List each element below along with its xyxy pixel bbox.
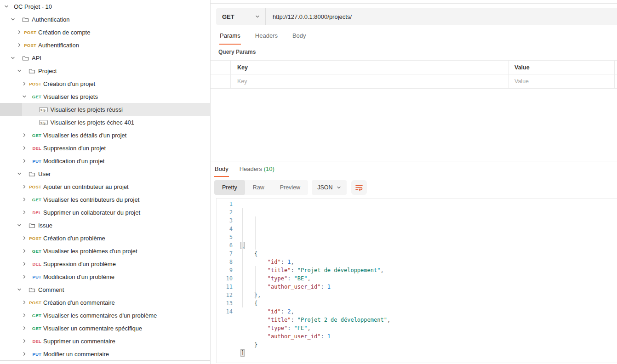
- response-tab-body[interactable]: Body: [214, 164, 229, 177]
- code-line: }: [241, 341, 617, 349]
- collections-sidebar: OC Projet - 10AuthenticationPOSTCréation…: [0, 0, 211, 364]
- sidebar-request-row[interactable]: PUTModification d'un projet: [0, 154, 210, 167]
- url-input[interactable]: [266, 8, 617, 25]
- chevron-right-icon[interactable]: [22, 132, 27, 138]
- sidebar-request-row[interactable]: GETVisualiser les détails d'un projet: [0, 129, 210, 142]
- folder-icon: [22, 55, 29, 61]
- line-number: 3: [217, 216, 233, 225]
- code-line: },: [241, 291, 617, 299]
- sidebar-item-label: Visualiser les projets réussi: [51, 106, 123, 113]
- chevron-right-icon[interactable]: [22, 145, 27, 151]
- example-badge-icon: e.g.: [39, 120, 48, 125]
- sidebar-request-row[interactable]: GETVisualiser les contributeurs du proje…: [0, 193, 210, 206]
- sidebar-folder-row[interactable]: API: [0, 51, 210, 64]
- sidebar-folder-row[interactable]: User: [0, 167, 210, 180]
- chevron-down-icon: [337, 185, 341, 190]
- chevron-right-icon[interactable]: [22, 313, 27, 318]
- line-number-gutter: 1234567891011121314: [217, 199, 236, 363]
- method-badge: GET: [27, 94, 41, 99]
- chevron-right-icon[interactable]: [22, 325, 27, 331]
- method-dropdown[interactable]: GET: [216, 8, 266, 25]
- chevron-right-icon[interactable]: [22, 274, 27, 279]
- sidebar-folder-row[interactable]: Issue: [0, 219, 210, 232]
- pretty-button[interactable]: Pretty: [214, 180, 245, 195]
- tab-body[interactable]: Body: [292, 29, 307, 45]
- sidebar-collection-row[interactable]: OC Projet - 10: [0, 0, 210, 13]
- sidebar-item-label: Modification d'un problème: [43, 273, 114, 280]
- sidebar-item-label: Visualiser les détails d'un projet: [43, 132, 126, 139]
- preview-button[interactable]: Preview: [272, 180, 308, 195]
- sidebar-request-row[interactable]: POSTCréation d'un problème: [0, 232, 210, 245]
- chevron-down-icon[interactable]: [17, 171, 22, 176]
- chevron-down-icon[interactable]: [4, 4, 9, 9]
- view-mode-segmented-control: Pretty Raw Preview: [214, 180, 308, 195]
- folder-icon: [29, 287, 35, 293]
- method-badge: PUT: [27, 352, 41, 357]
- raw-button[interactable]: Raw: [245, 180, 272, 195]
- sidebar-item-label: Supprimer un commentaire: [43, 338, 115, 345]
- code-line: {: [241, 299, 617, 307]
- sidebar-folder-row[interactable]: Project: [0, 64, 210, 77]
- sidebar-request-row[interactable]: DELSuppression d'un problème: [0, 257, 210, 270]
- chevron-right-icon[interactable]: [22, 81, 27, 86]
- chevron-down-icon[interactable]: [10, 55, 16, 61]
- response-tabs: Body Headers(10): [214, 164, 275, 177]
- sidebar-folder-row[interactable]: Comment: [0, 283, 210, 296]
- sidebar-example-row[interactable]: e.g.Visualiser les projets échec 401: [0, 116, 210, 129]
- chevron-right-icon[interactable]: [22, 351, 27, 357]
- chevron-right-icon[interactable]: [22, 184, 27, 189]
- api-client-app: OC Projet - 10AuthenticationPOSTCréation…: [0, 0, 617, 364]
- chevron-right-icon[interactable]: [22, 338, 27, 344]
- wrap-text-button[interactable]: [351, 180, 367, 195]
- chevron-down-icon[interactable]: [17, 222, 22, 228]
- format-dropdown[interactable]: JSON: [312, 180, 347, 195]
- param-key-input[interactable]: [237, 78, 495, 85]
- sidebar-item-label: Project: [38, 68, 57, 74]
- tab-params[interactable]: Params: [219, 29, 241, 45]
- chevron-down-icon[interactable]: [22, 94, 27, 99]
- param-value-input[interactable]: [514, 78, 609, 85]
- sidebar-item-label: Visualiser les projets: [43, 93, 98, 100]
- sidebar-request-row[interactable]: GETVisualiser les commentaires d'un prob…: [0, 309, 210, 322]
- sidebar-request-row[interactable]: DELSuppression d'un projet: [0, 142, 210, 154]
- chevron-right-icon[interactable]: [17, 29, 22, 35]
- sidebar-request-row[interactable]: POSTCréation de compte: [0, 26, 210, 39]
- sidebar-request-row[interactable]: GETVisualiser un commentaire spécifique: [0, 322, 210, 335]
- sidebar-request-row[interactable]: DELSupprimer un commentaire: [0, 335, 210, 347]
- sidebar-item-label: Modifier un commentaire: [43, 351, 109, 358]
- sidebar-request-row[interactable]: POSTAjouter un contributeur au projet: [0, 180, 210, 193]
- chevron-right-icon[interactable]: [17, 42, 22, 48]
- response-tab-headers[interactable]: Headers(10): [239, 164, 275, 176]
- chevron-down-icon[interactable]: [17, 68, 22, 74]
- sidebar-item-label: Visualiser les contributeurs du projet: [43, 196, 139, 203]
- chevron-right-icon[interactable]: [22, 248, 27, 254]
- method-badge: PUT: [27, 274, 41, 279]
- folder-icon: [29, 222, 35, 228]
- sidebar-request-row[interactable]: GETVisualiser les projets: [0, 90, 210, 103]
- sidebar-item-label: Suppression d'un projet: [43, 145, 106, 152]
- sidebar-folder-row[interactable]: Authentication: [0, 13, 210, 26]
- sidebar-request-row[interactable]: POSTCréation d'un projet: [0, 77, 210, 90]
- sidebar-example-row[interactable]: e.g.Visualiser les projets réussi: [0, 103, 210, 116]
- sidebar-request-row[interactable]: DELSupprimer un collaborateur du projet: [0, 206, 210, 219]
- tab-headers[interactable]: Headers: [255, 29, 278, 45]
- chevron-right-icon[interactable]: [22, 158, 27, 164]
- chevron-right-icon[interactable]: [22, 210, 27, 215]
- chevron-right-icon[interactable]: [22, 300, 27, 305]
- line-number: 14: [217, 307, 233, 316]
- sidebar-request-row[interactable]: PUTModification d'un problème: [0, 270, 210, 283]
- chevron-right-icon[interactable]: [22, 197, 27, 202]
- chevron-down-icon[interactable]: [17, 287, 22, 292]
- chevron-down-icon[interactable]: [10, 17, 16, 22]
- indent-guide: [255, 266, 256, 299]
- sidebar-request-row[interactable]: POSTAuthentification: [0, 39, 210, 51]
- sidebar-request-row[interactable]: PUTModifier un commentaire: [0, 347, 210, 360]
- chevron-right-icon[interactable]: [22, 235, 27, 241]
- sidebar-item-label: Création d'un commentaire: [43, 299, 115, 306]
- sidebar-request-row[interactable]: POSTCréation d'un commentaire: [0, 296, 210, 309]
- sidebar-request-row[interactable]: GETVisualiser les problèmes d'un projet: [0, 245, 210, 257]
- chevron-right-icon[interactable]: [22, 261, 27, 267]
- sidebar-item-label: Visualiser un commentaire spécifique: [43, 325, 142, 332]
- line-number: 2: [217, 208, 233, 216]
- code-line: "author_user_id": 1: [241, 283, 617, 291]
